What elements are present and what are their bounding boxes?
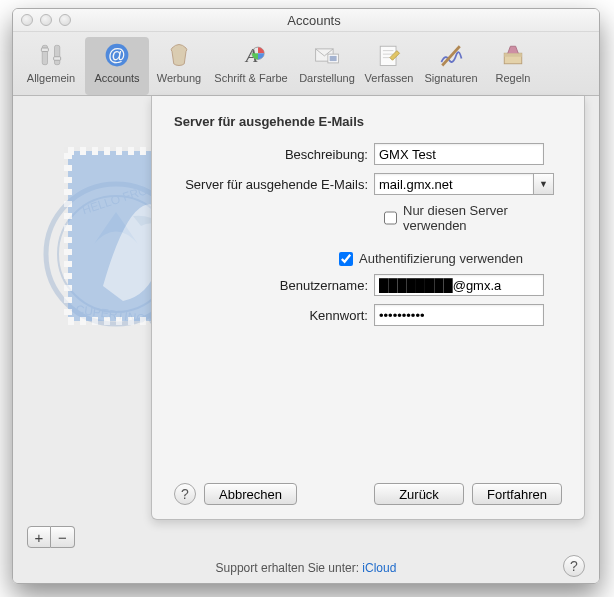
svg-rect-3 [54,57,61,61]
tab-viewing[interactable]: Darstellung [295,37,359,95]
svg-text:HELLO FRO: HELLO FRO [80,183,149,217]
account-list-controls: + − [27,525,585,549]
only-this-server-label: Nur diesen Server verwenden [403,203,562,233]
svg-text:CUPERTINO C: CUPERTINO C [75,302,159,327]
svg-rect-10 [330,56,337,61]
at-sign-icon: @ [102,40,132,70]
svg-rect-2 [41,48,48,52]
username-input[interactable] [374,274,544,296]
back-button[interactable]: Zurück [374,483,464,505]
sheet-heading: Server für ausgehende E-Mails [174,114,562,129]
tab-composing[interactable]: Verfassen [361,37,417,95]
add-account-button[interactable]: + [27,526,51,548]
use-auth-label: Authentifizierung verwenden [359,251,523,266]
rules-box-icon [498,40,528,70]
font-color-icon: A [236,40,266,70]
window-title: Accounts [29,13,599,28]
outgoing-server-combo[interactable]: ▼ [374,173,554,195]
only-this-server-checkbox[interactable] [384,211,397,225]
password-label: Kennwort: [174,308,374,323]
compose-note-icon [374,40,404,70]
tab-general[interactable]: Allgemein [19,37,83,95]
description-label: Beschreibung: [174,147,374,162]
outgoing-server-input[interactable] [374,173,534,195]
cancel-button[interactable]: Abbrechen [204,483,297,505]
help-button[interactable]: ? [174,483,196,505]
use-auth-checkbox[interactable] [339,252,353,266]
tab-signatures[interactable]: Signaturen [419,37,483,95]
support-link[interactable]: iCloud [362,561,396,575]
tab-fonts-colors[interactable]: A Schrift & Farbe [209,37,293,95]
chevron-down-icon[interactable]: ▼ [534,173,554,195]
continue-button[interactable]: Fortfahren [472,483,562,505]
description-input[interactable] [374,143,544,165]
password-input[interactable] [374,304,544,326]
help-button-footer[interactable]: ? [563,555,585,577]
support-line: Support erhalten Sie unter: iCloud [13,561,599,575]
trash-bag-icon [164,40,194,70]
remove-account-button[interactable]: − [51,526,75,548]
svg-text:@: @ [108,45,126,65]
account-setup-sheet: Server für ausgehende E-Mails Beschreibu… [151,96,585,520]
outgoing-server-label: Server für ausgehende E-Mails: [174,177,374,192]
signature-icon [436,40,466,70]
svg-rect-16 [504,53,522,57]
tab-accounts[interactable]: @ Accounts [85,37,149,95]
tab-junk[interactable]: Werbung [151,37,207,95]
titlebar: Accounts [13,9,599,32]
username-label: Benutzername: [174,278,374,293]
switches-icon [36,40,66,70]
envelope-photo-icon [312,40,342,70]
body-area: HELLO FRO CUPERTINO C Server für ausgehe… [13,96,599,583]
svg-rect-1 [55,45,60,64]
preferences-toolbar: Allgemein @ Accounts Werbung A Schrift &… [13,32,599,96]
tab-rules[interactable]: Regeln [485,37,541,95]
preferences-window: Accounts Allgemein @ Accounts Werbung A … [12,8,600,584]
